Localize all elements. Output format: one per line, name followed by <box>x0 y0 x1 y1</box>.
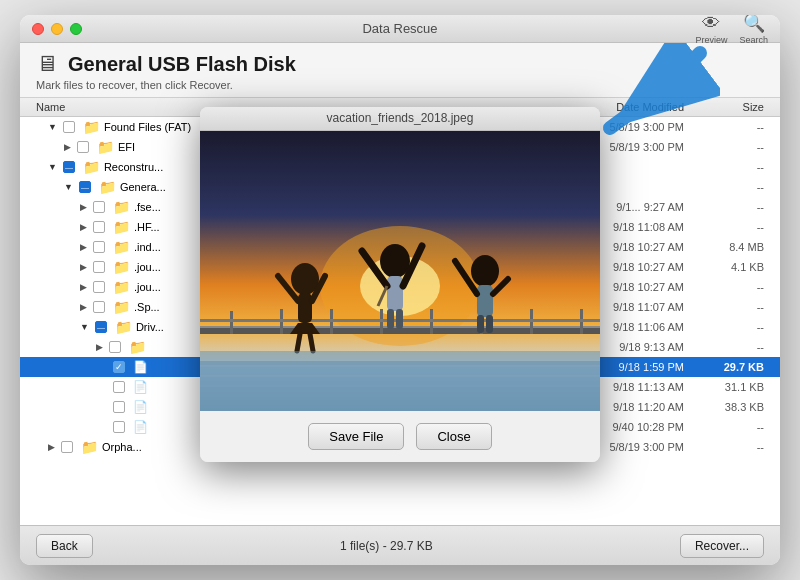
svg-rect-22 <box>387 276 403 311</box>
triangle-icon[interactable]: ▶ <box>80 242 87 252</box>
triangle-icon[interactable]: ▼ <box>48 162 57 172</box>
triangle-icon[interactable]: ▶ <box>48 442 55 452</box>
file-label: .HF... <box>134 221 160 233</box>
file-size: -- <box>684 301 764 313</box>
col-size-header: Size <box>684 101 764 113</box>
modal-footer: Save File Close <box>200 411 600 462</box>
titlebar-actions: 👁 Preview 🔍 Search <box>695 15 768 45</box>
status-text: 1 file(s) - 29.7 KB <box>340 539 433 553</box>
back-button[interactable]: Back <box>36 534 93 558</box>
checkbox[interactable] <box>113 401 125 413</box>
file-icon: 📄 <box>133 380 148 394</box>
triangle-icon[interactable]: ▼ <box>48 122 57 132</box>
svg-line-19 <box>297 334 300 351</box>
file-label: .fse... <box>134 201 161 213</box>
checkbox[interactable]: — <box>63 161 75 173</box>
minimize-button[interactable] <box>51 23 63 35</box>
maximize-button[interactable] <box>70 23 82 35</box>
folder-icon: 📁 <box>99 179 116 195</box>
modal-title: vacation_friends_2018.jpeg <box>327 111 474 125</box>
window-controls <box>32 23 82 35</box>
file-size: -- <box>684 161 764 173</box>
search-icon: 🔍 <box>743 15 765 34</box>
file-label: EFI <box>118 141 135 153</box>
folder-icon: 📁 <box>115 319 132 335</box>
header-subtitle: Mark files to recover, then click Recove… <box>36 79 764 91</box>
file-label: Genera... <box>120 181 166 193</box>
checkbox[interactable]: — <box>79 181 91 193</box>
triangle-icon[interactable]: ▶ <box>80 282 87 292</box>
folder-icon: 📁 <box>129 339 146 355</box>
checkbox[interactable] <box>109 341 121 353</box>
recover-button[interactable]: Recover... <box>680 534 764 558</box>
svg-rect-26 <box>396 309 403 329</box>
file-size: -- <box>684 281 764 293</box>
file-size: -- <box>684 201 764 213</box>
main-window: Data Rescue 👁 Preview 🔍 Search 🖥 General… <box>20 15 780 565</box>
folder-icon: 📁 <box>81 439 98 455</box>
triangle-icon[interactable]: ▼ <box>80 322 89 332</box>
file-size: 31.1 KB <box>684 381 764 393</box>
svg-point-28 <box>471 255 499 287</box>
svg-line-20 <box>310 334 313 351</box>
folder-icon: 📁 <box>83 119 100 135</box>
checkbox[interactable] <box>113 381 125 393</box>
checkbox[interactable] <box>93 281 105 293</box>
triangle-icon[interactable]: ▶ <box>64 142 71 152</box>
save-file-button[interactable]: Save File <box>308 423 404 450</box>
folder-icon: 📁 <box>113 219 130 235</box>
checkbox[interactable]: ✓ <box>113 361 125 373</box>
file-size: 29.7 KB <box>684 361 764 373</box>
titlebar: Data Rescue 👁 Preview 🔍 Search <box>20 15 780 43</box>
triangle-icon[interactable]: ▶ <box>80 202 87 212</box>
file-label: .Sp... <box>134 301 160 313</box>
checkbox[interactable] <box>61 441 73 453</box>
file-label: Driv... <box>136 321 164 333</box>
folder-icon: 📁 <box>113 279 130 295</box>
search-button[interactable]: 🔍 Search <box>739 15 768 45</box>
checkbox[interactable] <box>93 201 105 213</box>
file-size: -- <box>684 221 764 233</box>
svg-rect-33 <box>486 315 493 333</box>
file-size: -- <box>684 441 764 453</box>
file-icon: 📄 <box>133 360 148 374</box>
triangle-icon[interactable]: ▶ <box>80 302 87 312</box>
checkbox[interactable] <box>77 141 89 153</box>
triangle-icon[interactable]: ▶ <box>80 262 87 272</box>
svg-rect-25 <box>387 309 394 329</box>
preview-label: Preview <box>695 35 727 45</box>
checkbox[interactable] <box>93 221 105 233</box>
search-label: Search <box>739 35 768 45</box>
close-modal-button[interactable]: Close <box>416 423 491 450</box>
window-title: Data Rescue <box>362 21 437 36</box>
eye-icon: 👁 <box>702 15 720 34</box>
preview-button[interactable]: 👁 Preview <box>695 15 727 45</box>
file-label: .ind... <box>134 241 161 253</box>
file-label: Reconstru... <box>104 161 163 173</box>
folder-icon: 📁 <box>113 259 130 275</box>
svg-rect-32 <box>477 315 484 333</box>
triangle-icon[interactable]: ▶ <box>80 222 87 232</box>
file-label: Orpha... <box>102 441 142 453</box>
drive-icon: 🖥 <box>36 51 58 77</box>
file-size: 38.3 KB <box>684 401 764 413</box>
checkbox[interactable] <box>113 421 125 433</box>
checkbox[interactable] <box>63 121 75 133</box>
triangle-icon[interactable]: ▼ <box>64 182 73 192</box>
modal-image <box>200 131 600 411</box>
close-button[interactable] <box>32 23 44 35</box>
checkbox[interactable]: — <box>95 321 107 333</box>
file-icon: 📄 <box>133 400 148 414</box>
checkbox[interactable] <box>93 241 105 253</box>
svg-rect-15 <box>298 293 312 323</box>
folder-icon: 📁 <box>113 299 130 315</box>
triangle-icon[interactable]: ▶ <box>96 342 103 352</box>
file-label: .jou... <box>134 281 161 293</box>
file-size: -- <box>684 341 764 353</box>
file-label: Found Files (FAT) <box>104 121 191 133</box>
checkbox[interactable] <box>93 301 105 313</box>
bottom-bar: Back 1 file(s) - 29.7 KB Recover... <box>20 525 780 565</box>
folder-icon: 📁 <box>97 139 114 155</box>
file-size: -- <box>684 121 764 133</box>
checkbox[interactable] <box>93 261 105 273</box>
